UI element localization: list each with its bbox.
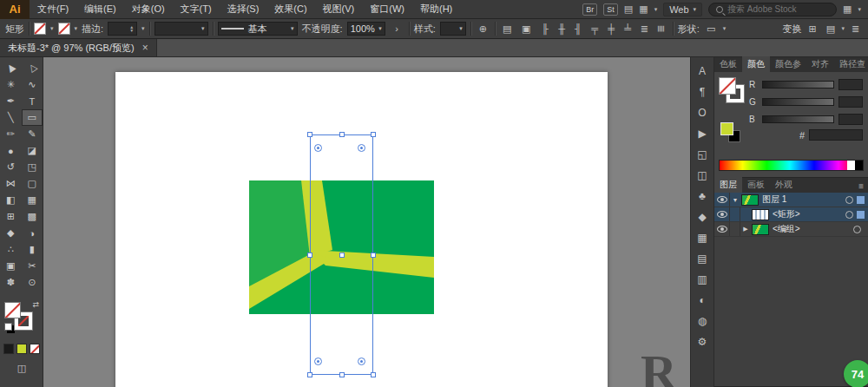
- menu-item-file[interactable]: 文件(F): [30, 0, 76, 18]
- paintbrush-tool[interactable]: ✏: [0, 126, 22, 142]
- target-circle-icon[interactable]: [845, 211, 853, 219]
- character-panel-icon[interactable]: A: [694, 64, 711, 77]
- blend-tool[interactable]: ◑: [22, 225, 43, 241]
- line-segment-tool[interactable]: ╲: [0, 109, 22, 126]
- menu-item-type[interactable]: 文字(T): [173, 0, 220, 18]
- document-setup-icon[interactable]: ⊕: [476, 22, 490, 36]
- handle-middle-right[interactable]: [371, 253, 376, 258]
- menu-item-select[interactable]: 选择(S): [220, 0, 267, 18]
- bridge-button[interactable]: Br: [582, 3, 597, 16]
- fill-dropdown-icon[interactable]: ▾: [50, 25, 54, 32]
- channel-slider-B[interactable]: [762, 115, 834, 123]
- slice-tool[interactable]: ✂: [22, 258, 43, 274]
- align-vertical-bottom-icon[interactable]: ╧: [621, 22, 635, 36]
- channel-slider-R[interactable]: [762, 81, 834, 89]
- tab-颜色[interactable]: 颜色: [742, 56, 770, 72]
- direct-selection-tool[interactable]: ▷: [22, 60, 43, 76]
- blob-brush-tool[interactable]: ●: [0, 142, 22, 159]
- paragraph-panel-icon[interactable]: ¶: [694, 85, 711, 98]
- symbols-panel-icon[interactable]: ♣: [694, 189, 711, 202]
- layer-row-1[interactable]: ▼图层 1: [714, 193, 868, 207]
- menu-item-edit[interactable]: 编辑(E): [76, 0, 124, 18]
- none-mode-button[interactable]: [30, 344, 40, 354]
- brush-definition-field[interactable]: ▾: [155, 22, 208, 36]
- shape-builder-tool[interactable]: ◧: [0, 192, 22, 208]
- tab-路径查[interactable]: 路径查: [834, 56, 868, 72]
- mesh-tool[interactable]: ⊞: [0, 208, 22, 225]
- stroke-stepper-icon[interactable]: ▲▼: [129, 25, 134, 32]
- live-corner-widget[interactable]: [314, 357, 322, 365]
- black-swatch[interactable]: [855, 161, 863, 170]
- panel-list-icon[interactable]: ▤: [823, 22, 838, 36]
- menu-item-view[interactable]: 视图(V): [315, 0, 363, 18]
- opentype-panel-icon[interactable]: O: [694, 106, 711, 119]
- canvas[interactable]: R: [43, 57, 690, 387]
- selection-bounding-box[interactable]: [310, 134, 373, 375]
- floating-badge[interactable]: 74: [844, 360, 868, 387]
- menu-item-effect[interactable]: 效果(C): [266, 0, 314, 18]
- handle-middle-left[interactable]: [307, 253, 312, 258]
- control-panel-menu-icon[interactable]: ≣: [848, 22, 863, 36]
- layer-row-3[interactable]: ▶<编组>: [714, 222, 868, 237]
- handle-top-right[interactable]: [371, 132, 376, 137]
- live-corner-widget[interactable]: [358, 144, 365, 152]
- align-vertical-center-icon[interactable]: ╪: [604, 22, 619, 36]
- channel-value-B[interactable]: [838, 114, 863, 125]
- handle-bottom-left[interactable]: [307, 372, 312, 377]
- menu-item-help[interactable]: 帮助(H): [412, 0, 460, 18]
- tab-对齐[interactable]: 对齐: [806, 56, 834, 72]
- color-mode-button[interactable]: [3, 344, 14, 354]
- pencil-tool[interactable]: ✎: [22, 126, 43, 142]
- tab-外观[interactable]: 外观: [770, 177, 798, 193]
- target-circle-icon[interactable]: [845, 196, 853, 204]
- preferences-icon[interactable]: ▤: [500, 22, 515, 36]
- stroke-panel-icon[interactable]: ▤: [694, 252, 711, 265]
- gradient-panel-icon[interactable]: ▥: [694, 272, 711, 285]
- width-tool[interactable]: ⋈: [0, 175, 22, 192]
- align-horizontal-center-icon[interactable]: ╫: [555, 22, 569, 36]
- actions-panel-icon[interactable]: ▶: [694, 127, 711, 140]
- cc-grid-icon[interactable]: ▦: [843, 3, 852, 15]
- channel-value-R[interactable]: [838, 79, 863, 90]
- handle-top-left[interactable]: [307, 132, 312, 137]
- zoom-tool[interactable]: ⊙: [22, 274, 43, 291]
- distribute-vertical-icon[interactable]: ≣: [654, 22, 667, 36]
- free-transform-tool[interactable]: ▢: [22, 175, 43, 192]
- color-fill-proxy[interactable]: [719, 77, 736, 95]
- links-panel-icon[interactable]: ◱: [694, 148, 711, 161]
- lasso-tool[interactable]: ∿: [22, 76, 43, 93]
- panel-list-dropdown-icon[interactable]: ▾: [841, 25, 845, 32]
- appearance-panel-icon[interactable]: ◐: [694, 293, 711, 306]
- visibility-toggle[interactable]: [714, 207, 730, 221]
- fill-color-swatch[interactable]: [34, 23, 46, 35]
- target-circle-icon[interactable]: [853, 226, 861, 233]
- gradient-tool[interactable]: ▩: [22, 208, 43, 225]
- live-corner-widget[interactable]: [358, 357, 365, 365]
- graphic-styles-panel-icon[interactable]: ◍: [694, 314, 711, 327]
- expand-arrow-icon[interactable]: ▶: [740, 226, 751, 233]
- document-tab[interactable]: 未标题-3* @ 97% (RGB/预览) ×: [0, 39, 157, 56]
- white-swatch[interactable]: [847, 161, 855, 170]
- type-tool[interactable]: T: [22, 93, 43, 109]
- fill-swatch[interactable]: [4, 302, 21, 318]
- tab-图层[interactable]: 图层: [714, 177, 742, 193]
- scale-tool[interactable]: ◳: [22, 159, 43, 175]
- gradient-mode-button[interactable]: [16, 344, 27, 354]
- opacity-more-icon[interactable]: ›: [390, 22, 404, 36]
- column-graph-tool[interactable]: ▮: [22, 241, 43, 258]
- transform-label[interactable]: 变换: [782, 23, 801, 36]
- tab-颜色参[interactable]: 颜色参: [770, 56, 806, 72]
- perspective-grid-tool[interactable]: ▦: [22, 192, 43, 208]
- tab-画板[interactable]: 画板: [742, 177, 770, 193]
- app-logo[interactable]: Ai: [0, 0, 30, 19]
- stroke-dropdown-icon[interactable]: ▾: [75, 25, 78, 32]
- brushes-panel-icon[interactable]: ◆: [694, 210, 711, 223]
- eraser-tool[interactable]: ◪: [22, 142, 43, 159]
- opacity-field[interactable]: 100% ▾: [347, 22, 385, 36]
- panel-menu-icon[interactable]: ≡: [858, 181, 868, 193]
- align-horizontal-right-icon[interactable]: ╢: [571, 22, 586, 36]
- stroke-color-swatch[interactable]: [58, 23, 70, 35]
- transparency-panel-icon[interactable]: ▦: [694, 231, 711, 244]
- shape-dropdown-icon[interactable]: ▾: [723, 25, 727, 32]
- symbol-sprayer-tool[interactable]: ∴: [0, 241, 22, 258]
